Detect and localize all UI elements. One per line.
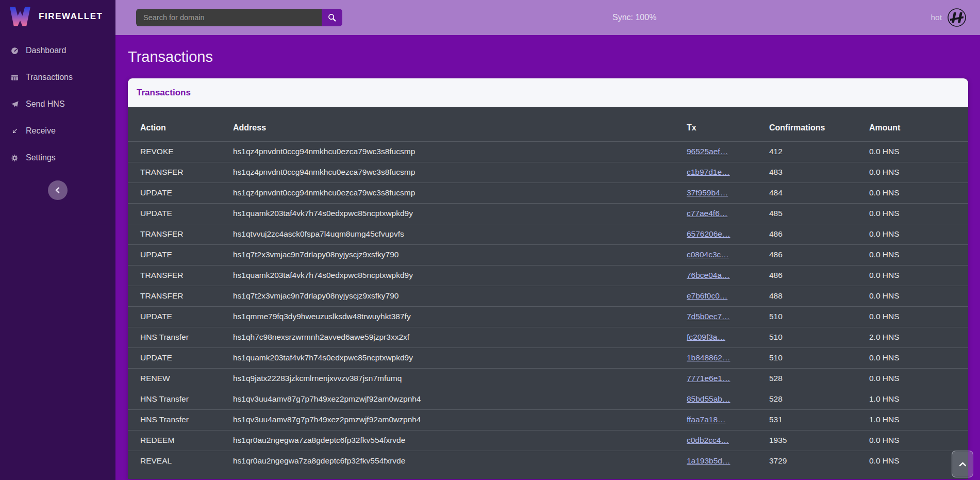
address-cell: hs1q9jatx22283jzkcmlrnenjxvvzv387jsn7mfu… [233,368,687,389]
tx-cell: fc209f3a… [687,327,769,347]
tx-link[interactable]: ffaa7a18… [687,415,726,424]
tx-cell: 76bce04a… [687,265,769,286]
tx-link[interactable]: fc209f3a… [687,333,725,341]
column-header-address: Address [233,107,687,141]
confirmations-cell: 483 [769,162,869,183]
amount-cell: 0.0 HNS [869,306,968,327]
amount-cell: 0.0 HNS [869,368,968,389]
table-row: REVOKE hs1qz4pnvdnt0ccg94nmkhcu0ezca79wc… [128,141,968,162]
tx-cell: c1b97d1e… [687,162,769,183]
tx-cell: c0804c3c… [687,244,769,265]
confirmations-cell: 486 [769,244,869,265]
table-row: TRANSFER hs1qtvvuj2zc4asck0fspa7l4uqm8um… [128,224,968,244]
tx-link[interactable]: c77ae4f6… [687,209,727,218]
amount-cell: 0.0 HNS [869,224,968,244]
amount-cell: 0.0 HNS [869,244,968,265]
tx-link[interactable]: 1a193b5d… [687,456,730,465]
amount-cell: 1.0 HNS [869,389,968,409]
receive-arrow-icon [10,127,19,136]
action-cell: REVOKE [128,141,233,162]
sidebar-item-settings[interactable]: Settings [0,144,115,171]
action-cell: REVEAL [128,451,233,471]
table-row: HNS Transfer hs1qv3uu4amv87g7p7h49xez2pm… [128,389,968,409]
tx-link[interactable]: c0db2cc4… [687,436,729,444]
amount-cell: 0.0 HNS [869,347,968,368]
action-cell: UPDATE [128,306,233,327]
transactions-card: Transactions Action Address Tx Confirmat… [128,78,968,479]
search-icon [327,13,337,22]
tx-link[interactable]: 76bce04a… [687,271,730,279]
tx-cell: ffaa7a18… [687,409,769,430]
table-row: RENEW hs1q9jatx22283jzkcmlrnenjxvvzv387j… [128,368,968,389]
address-cell: hs1qtvvuj2zc4asck0fspa7l4uqm8umg45cfvupv… [233,224,687,244]
table-icon [10,73,19,82]
amount-cell: 2.0 HNS [869,327,968,347]
confirmations-cell: 1935 [769,430,869,451]
action-cell: UPDATE [128,183,233,203]
gear-icon [10,154,19,162]
address-cell: hs1quamk203taf4vk7h74s0edxpwc85ncptxwpkd… [233,203,687,224]
scroll-to-top-button[interactable] [952,451,973,477]
tx-link[interactable]: c1b97d1e… [687,168,730,176]
paper-plane-icon [10,100,19,109]
confirmations-cell: 528 [769,389,869,409]
amount-cell: 0.0 HNS [869,430,968,451]
transactions-tbody: REVOKE hs1qz4pnvdnt0ccg94nmkhcu0ezca79wc… [128,141,968,471]
tx-link[interactable]: 37f959b4… [687,188,728,197]
address-cell: hs1q7t2x3vmjac9n7drlapy08nyjyscjz9xsfky7… [233,244,687,265]
topbar: Sync: 100% hot [115,0,980,35]
wallet-indicator[interactable]: hot [931,0,967,35]
address-cell: hs1qv3uu4amv87g7p7h49xez2pmzwjf92am0wzpn… [233,409,687,430]
action-cell: UPDATE [128,203,233,224]
address-cell: hs1qr0au2ngegwa7za8gdeptc6fp32fkv554fxrv… [233,430,687,451]
tx-link[interactable]: 6576206e… [687,229,730,238]
table-row: UPDATE hs1q7t2x3vmjac9n7drlapy08nyjyscjz… [128,244,968,265]
tx-link[interactable]: 7771e6e1… [687,374,730,383]
tx-cell: 6576206e… [687,224,769,244]
table-row: TRANSFER hs1q7t2x3vmjac9n7drlapy08nyjysc… [128,286,968,306]
sidebar-item-label: Transactions [26,73,73,82]
confirmations-cell: 485 [769,203,869,224]
table-row: TRANSFER hs1qz4pnvdnt0ccg94nmkhcu0ezca79… [128,162,968,183]
card-title: Transactions [128,78,968,107]
tx-link[interactable]: 85bd55ab… [687,394,730,403]
amount-cell: 0.0 HNS [869,162,968,183]
address-cell: hs1qr0au2ngegwa7za8gdeptc6fp32fkv554fxrv… [233,451,687,471]
tx-link[interactable]: e7b6f0c0… [687,291,727,300]
amount-cell: 0.0 HNS [869,203,968,224]
sidebar-item-transactions[interactable]: Transactions [0,64,115,91]
action-cell: HNS Transfer [128,327,233,347]
tx-link[interactable]: 1b848862… [687,353,730,362]
action-cell: TRANSFER [128,224,233,244]
search-button[interactable] [322,9,342,26]
chevron-left-icon [54,187,61,194]
search-input[interactable] [136,9,322,26]
tx-cell: 96525aef… [687,141,769,162]
address-cell: hs1quamk203taf4vk7h74s0edxpwc85ncptxwpkd… [233,347,687,368]
confirmations-cell: 3729 [769,451,869,471]
action-cell: TRANSFER [128,162,233,183]
tx-cell: 7771e6e1… [687,368,769,389]
confirmations-cell: 528 [769,368,869,389]
sidebar-item-receive[interactable]: Receive [0,118,115,144]
column-header-amount: Amount [869,107,968,141]
address-cell: hs1qh7c98nexsrzwrmnh2avved6awe59jzpr3xx2… [233,327,687,347]
column-header-action: Action [128,107,233,141]
sidebar-nav: Dashboard Transactions [0,37,115,171]
address-cell: hs1qmme79fq3dy9hweuzuslksdw48trwuyhkt387… [233,306,687,327]
tx-cell: e7b6f0c0… [687,286,769,306]
sidebar: FIREWALLET Dashboard [0,0,115,480]
table-row: TRANSFER hs1quamk203taf4vk7h74s0edxpwc85… [128,265,968,286]
tx-link[interactable]: c0804c3c… [687,250,729,259]
action-cell: HNS Transfer [128,389,233,409]
tx-link[interactable]: 96525aef… [687,147,728,156]
tx-cell: 85bd55ab… [687,389,769,409]
table-row: REVEAL hs1qr0au2ngegwa7za8gdeptc6fp32fkv… [128,451,968,471]
sidebar-collapse-button[interactable] [48,180,68,200]
column-header-tx: Tx [687,107,769,141]
sidebar-item-dashboard[interactable]: Dashboard [0,37,115,64]
tx-cell: 37f959b4… [687,183,769,203]
tx-link[interactable]: 7d5b0ec7… [687,312,730,321]
sidebar-item-send-hns[interactable]: Send HNS [0,91,115,118]
confirmations-cell: 486 [769,265,869,286]
